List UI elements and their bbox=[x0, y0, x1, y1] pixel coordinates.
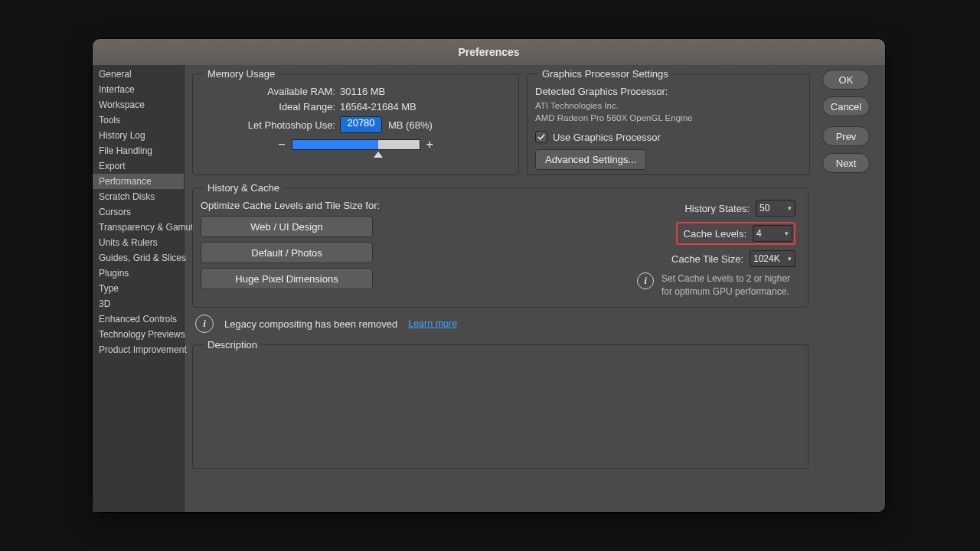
gpu-vendor: ATI Technologies Inc. bbox=[535, 99, 802, 112]
cache-tile-input[interactable]: 1024K ▾ bbox=[750, 250, 795, 267]
sidebar-item-tools[interactable]: Tools bbox=[93, 112, 184, 128]
memory-use-suffix: MB (68%) bbox=[388, 119, 433, 131]
cache-info-row: i Set Cache Levels to 2 or higher for op… bbox=[446, 272, 795, 298]
sidebar-item-general[interactable]: General bbox=[93, 67, 184, 82]
info-icon: i bbox=[637, 272, 654, 289]
preferences-window: Preferences GeneralInterfaceWorkspaceToo… bbox=[92, 38, 886, 513]
main-panel: Memory Usage Available RAM: 30116 MB Ide… bbox=[185, 65, 818, 512]
history-states-input[interactable]: 50 ▾ bbox=[756, 200, 795, 217]
checkmark-icon bbox=[537, 132, 546, 142]
sidebar-item-scratch-disks[interactable]: Scratch Disks bbox=[93, 189, 184, 204]
window-title: Preferences bbox=[93, 39, 885, 65]
gpu-model: AMD Radeon Pro 560X OpenGL Engine bbox=[535, 112, 802, 124]
available-ram-value: 30116 MB bbox=[340, 86, 385, 97]
chevron-down-icon: ▾ bbox=[788, 255, 792, 262]
description-group: Description bbox=[192, 339, 808, 469]
cache-tile-value: 1024K bbox=[753, 253, 780, 264]
sidebar-item-cursors[interactable]: Cursors bbox=[93, 204, 184, 220]
memory-use-input[interactable]: 20780 bbox=[340, 116, 382, 133]
let-photoshop-use-label: Let Photoshop Use: bbox=[201, 119, 340, 131]
memory-usage-legend: Memory Usage bbox=[204, 68, 279, 80]
sidebar-item-3d[interactable]: 3D bbox=[93, 296, 184, 311]
memory-slider[interactable] bbox=[292, 139, 420, 150]
detected-gpu-label: Detected Graphics Processor: bbox=[535, 86, 802, 97]
cache-levels-label: Cache Levels: bbox=[684, 228, 746, 240]
info-icon: i bbox=[195, 315, 214, 333]
learn-more-link[interactable]: Learn more bbox=[408, 318, 457, 329]
use-gpu-label: Use Graphics Processor bbox=[553, 132, 661, 143]
ok-button[interactable]: OK bbox=[822, 70, 870, 90]
prev-button[interactable]: Prev bbox=[822, 126, 870, 146]
window-body: GeneralInterfaceWorkspaceToolsHistory Lo… bbox=[93, 65, 885, 512]
chevron-down-icon: ▾ bbox=[785, 230, 789, 237]
history-states-value: 50 bbox=[760, 203, 769, 214]
memory-slider-fill bbox=[292, 140, 379, 149]
legacy-compositing-row: i Legacy compositing has been removed Le… bbox=[195, 315, 808, 333]
description-legend: Description bbox=[204, 339, 261, 350]
cache-levels-value: 4 bbox=[756, 228, 762, 239]
history-cache-legend: History & Cache bbox=[204, 182, 283, 194]
memory-usage-group: Memory Usage Available RAM: 30116 MB Ide… bbox=[192, 68, 519, 175]
memory-plus-button[interactable]: + bbox=[426, 138, 433, 152]
preset-default[interactable]: Default / Photos bbox=[201, 242, 373, 263]
cache-tile-label: Cache Tile Size: bbox=[671, 253, 743, 265]
memory-slider-row: − + bbox=[201, 138, 511, 152]
chevron-down-icon: ▾ bbox=[788, 204, 792, 212]
sidebar-item-product-improvement[interactable]: Product Improvement bbox=[93, 342, 184, 357]
memory-slider-thumb[interactable] bbox=[374, 152, 383, 158]
ideal-range-label: Ideal Range: bbox=[201, 101, 340, 112]
use-gpu-checkbox[interactable] bbox=[535, 131, 547, 143]
sidebar-item-interface[interactable]: Interface bbox=[93, 82, 184, 97]
sidebar-item-export[interactable]: Export bbox=[93, 158, 184, 174]
use-gpu-row[interactable]: Use Graphics Processor bbox=[535, 131, 802, 143]
sidebar-item-workspace[interactable]: Workspace bbox=[93, 97, 184, 112]
sidebar-item-technology-previews[interactable]: Technology Previews bbox=[93, 327, 184, 342]
sidebar-item-units-rulers[interactable]: Units & Rulers bbox=[93, 235, 184, 250]
cache-info-text: Set Cache Levels to 2 or higher for opti… bbox=[662, 272, 795, 298]
gpu-settings-group: Graphics Processor Settings Detected Gra… bbox=[527, 68, 810, 175]
cache-levels-input[interactable]: 4 ▾ bbox=[753, 225, 792, 242]
category-sidebar: GeneralInterfaceWorkspaceToolsHistory Lo… bbox=[93, 65, 185, 512]
preset-huge-pixel[interactable]: Huge Pixel Dimensions bbox=[201, 268, 373, 289]
sidebar-item-history-log[interactable]: History Log bbox=[93, 128, 184, 143]
history-states-label: History States: bbox=[684, 203, 750, 214]
sidebar-item-plugins[interactable]: Plugins bbox=[93, 266, 184, 281]
sidebar-item-type[interactable]: Type bbox=[93, 281, 184, 296]
sidebar-item-file-handling[interactable]: File Handling bbox=[93, 143, 184, 158]
cache-levels-highlight: Cache Levels: 4 ▾ bbox=[676, 222, 795, 245]
sidebar-item-enhanced-controls[interactable]: Enhanced Controls bbox=[93, 311, 184, 327]
preset-web-ui[interactable]: Web / UI Design bbox=[201, 216, 373, 237]
gpu-settings-legend: Graphics Processor Settings bbox=[538, 68, 672, 80]
top-row: Memory Usage Available RAM: 30116 MB Ide… bbox=[192, 68, 810, 182]
history-cache-group: History & Cache Optimize Cache Levels an… bbox=[192, 182, 808, 308]
legacy-text: Legacy compositing has been removed bbox=[224, 318, 397, 330]
available-ram-label: Available RAM: bbox=[201, 86, 340, 97]
optimize-label: Optimize Cache Levels and Tile Size for: bbox=[201, 200, 446, 211]
sidebar-item-performance[interactable]: Performance bbox=[93, 174, 184, 189]
sidebar-item-guides-grid-slices[interactable]: Guides, Grid & Slices bbox=[93, 250, 184, 266]
memory-minus-button[interactable]: − bbox=[278, 138, 285, 152]
cancel-button[interactable]: Cancel bbox=[822, 96, 870, 116]
dialog-button-column: OK Cancel Prev Next bbox=[818, 65, 885, 512]
advanced-settings-button[interactable]: Advanced Settings... bbox=[535, 149, 646, 170]
sidebar-item-transparency-gamut[interactable]: Transparency & Gamut bbox=[93, 220, 184, 235]
ideal-range-value: 16564-21684 MB bbox=[340, 101, 416, 112]
next-button[interactable]: Next bbox=[822, 153, 870, 173]
